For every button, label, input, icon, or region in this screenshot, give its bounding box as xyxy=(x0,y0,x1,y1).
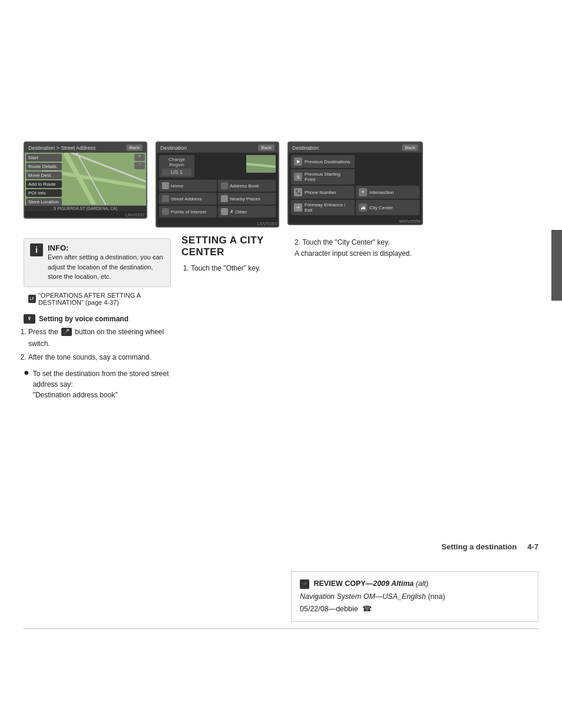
right-accent-bar xyxy=(551,230,562,301)
phone-number-item[interactable]: 📞 Phone Number xyxy=(291,186,355,199)
prev-start-icon: S xyxy=(294,173,302,181)
address-book-menu-item[interactable]: Address Book xyxy=(218,180,276,192)
screen2-title: Destination xyxy=(160,145,187,151)
mic-icon: 🎤 xyxy=(61,328,72,336)
phone-number-label: Phone Number xyxy=(305,190,336,195)
screen2-menu: Home Address Book Street Address Nearby … xyxy=(159,180,276,218)
footer-page: 4-7 xyxy=(527,542,538,551)
voice-section: 🎙 Setting by voice command Press the 🎤 b… xyxy=(24,314,171,400)
city-center-item[interactable]: 🏙 City Center xyxy=(356,200,419,215)
screen3-body: ▶ Previous Destinations S Previous Start… xyxy=(289,153,422,218)
street-address-label: Street Address xyxy=(171,196,201,202)
intersection-item[interactable]: ✕ Intersection xyxy=(356,186,419,199)
freeway-icon: ⇒ xyxy=(294,203,302,212)
change-region-label2: Region xyxy=(162,162,191,167)
phone-icon: 📞 xyxy=(294,188,302,196)
left-column: i INFO: Even after setting a destination… xyxy=(24,232,177,400)
prev-start-item[interactable]: S Previous Starting Point xyxy=(291,169,355,185)
freeway-item[interactable]: ⇒ Freeway Entrance / Exit xyxy=(291,200,355,215)
screen1-map-label: S FIGUEROA ST (GARDENA, CA) xyxy=(25,206,146,211)
screen3-back-btn[interactable]: Back xyxy=(402,144,418,151)
voice-bullet-text: To set the destination from the stored s… xyxy=(33,368,171,400)
other-label: ✗ Other xyxy=(230,209,247,215)
home-label: Home xyxy=(171,183,183,189)
nearby-places-label: Nearby Places xyxy=(230,196,260,202)
intersection-icon: ✕ xyxy=(359,188,367,196)
other-menu-item[interactable]: ✗ Other xyxy=(218,206,276,218)
spacer2 xyxy=(356,155,419,168)
review-alt: (alt) xyxy=(416,579,429,588)
poi-icon xyxy=(162,208,169,215)
review-copy-line xyxy=(24,628,538,629)
street-address-menu-item[interactable]: Street Address xyxy=(159,193,217,205)
review-icon: ☞ xyxy=(300,579,309,589)
ref-text: "OPERATIONS AFTER SETTING A DESTINATION"… xyxy=(38,292,171,306)
screen3-title: Destination xyxy=(292,145,319,151)
screen3-menu2: 📞 Phone Number ✕ Intersection ⇒ Freeway … xyxy=(291,186,419,215)
city-center-icon: 🏙 xyxy=(359,203,367,212)
info-title: INFO: xyxy=(48,243,68,252)
right-column: 2. Touch the "City Center" key. A charac… xyxy=(289,232,538,400)
zoom-out-btn[interactable]: − xyxy=(134,162,145,169)
add-to-route-btn[interactable]: Add to Route xyxy=(26,180,62,188)
screen1-back-btn[interactable]: Back xyxy=(126,144,143,151)
nearby-places-menu-item[interactable]: Nearby Places xyxy=(218,193,276,205)
voice-step2: After the tone sounds, say a command. xyxy=(28,351,171,363)
street-address-icon xyxy=(162,195,169,202)
voice-quote: "Destination address book" xyxy=(33,391,118,399)
store-location-btn[interactable]: Store Location xyxy=(26,198,62,206)
screen3-code: WNV0558 xyxy=(289,219,422,224)
screen2-nav: Destination Back Change Region US 1 xyxy=(156,141,279,228)
screen3-nav: Destination Back ▶ Previous Destinations… xyxy=(287,141,423,225)
spacer3 xyxy=(356,169,419,185)
screen3-header: Destination Back xyxy=(289,143,422,153)
voice-step1: Press the 🎤 button on the steering wheel… xyxy=(28,326,171,350)
screen1-zoom-controls: + − xyxy=(134,154,145,169)
poi-info-btn[interactable]: POI Info. xyxy=(26,189,62,197)
screen2-body: Change Region US 1 Hom xyxy=(157,153,278,220)
zoom-in-btn[interactable]: + xyxy=(134,154,145,161)
address-book-label: Address Book xyxy=(230,183,259,189)
other-icon xyxy=(221,208,228,215)
step1-text: Touch the "Other" key. xyxy=(191,264,260,272)
prev-dest-item[interactable]: ▶ Previous Destinations xyxy=(291,155,355,168)
step2-number: 2. xyxy=(295,238,302,246)
home-icon xyxy=(162,182,169,189)
home-menu-item[interactable]: Home xyxy=(159,180,217,192)
page-footer: Setting a destination 4-7 xyxy=(441,542,538,551)
middle-column: SETTING A CITY CENTER Touch the "Other" … xyxy=(177,232,289,400)
map-thumbnail xyxy=(246,155,276,173)
move-dest-btn[interactable]: Move Dest. xyxy=(26,172,62,179)
screenshots-row: Destination > Street Address Back Start … xyxy=(24,141,538,228)
prev-dest-icon: ▶ xyxy=(294,157,302,166)
nearby-places-icon xyxy=(221,195,228,202)
review-nna: (nna) xyxy=(426,592,445,601)
route-details-btn[interactable]: Route Details xyxy=(26,163,62,170)
poi-menu-item[interactable]: Points of Interest xyxy=(159,206,217,218)
screen2-back-btn[interactable]: Back xyxy=(258,144,275,151)
content-area: i INFO: Even after setting a destination… xyxy=(24,232,538,400)
screen3-menu: ▶ Previous Destinations S Previous Start… xyxy=(291,155,419,185)
change-region-btn[interactable]: Change Region US 1 xyxy=(159,155,194,177)
prev-dest-label: Previous Destinations xyxy=(305,159,350,164)
voice-label: Setting by voice command xyxy=(39,315,128,323)
intersection-label: Intersection xyxy=(369,190,394,195)
spacer xyxy=(197,155,244,177)
address-book-icon xyxy=(221,182,228,189)
review-tel-icon: ☎ xyxy=(362,605,372,613)
city-center-label: City Center xyxy=(369,205,393,210)
bullet-dot: ● xyxy=(24,368,29,377)
screen2-header: Destination Back xyxy=(157,143,278,153)
footer-text: Setting a destination xyxy=(441,542,517,551)
review-line3: 05/22/08—debbie ☎ xyxy=(300,603,530,615)
review-line1: ☞ REVIEW COPY—2009 Altima (alt) xyxy=(300,578,530,590)
screen1-sidebar: Start Route Details Move Dest. Add to Ro… xyxy=(25,153,63,206)
step2-detail: A character input screen is displayed. xyxy=(295,249,412,258)
info-content: INFO: Even after setting a destination, … xyxy=(48,243,164,282)
review-prefix: REVIEW COPY— xyxy=(313,579,373,588)
screen1-map: Start Route Details Move Dest. Add to Ro… xyxy=(25,153,146,206)
voice-icon: 🎙 xyxy=(24,314,35,324)
start-btn[interactable]: Start xyxy=(26,154,62,162)
poi-label: Points of Interest xyxy=(171,209,206,215)
step1-item: Touch the "Other" key. xyxy=(191,263,284,274)
